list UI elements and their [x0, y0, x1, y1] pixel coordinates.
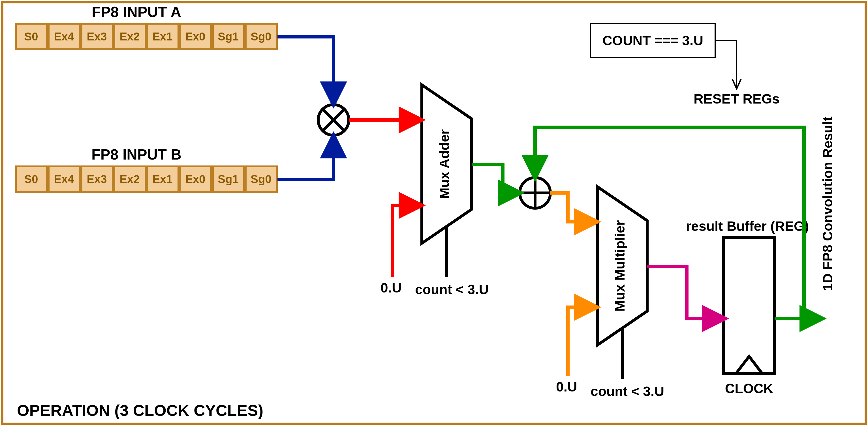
svg-rect-38	[724, 238, 775, 373]
multiplier-node	[318, 105, 349, 135]
result-buffer-reg	[724, 238, 775, 373]
bit-cell-1b: Ex4	[49, 166, 80, 192]
count-eq-box: COUNT === 3.U	[591, 24, 715, 58]
svg-text:Sg0: Sg0	[251, 30, 271, 43]
bit-cell-7: Sg0	[246, 24, 277, 49]
svg-text:Ex0: Ex0	[185, 173, 205, 185]
input-a-bits: S0 Ex4 Ex3 Ex2 Ex1 Ex0 Sg1 Sg0	[16, 24, 277, 49]
svg-text:S0: S0	[24, 30, 38, 43]
bit-cell-7: Sg0	[246, 166, 277, 192]
clock-label: CLOCK	[725, 381, 773, 396]
mux-multiplier-label: Mux Multiplier	[612, 220, 627, 312]
zero-u-2: 0.U	[556, 379, 577, 394]
bit-cell-3: Ex2	[114, 24, 146, 49]
bit-cell-5: Ex0	[180, 166, 211, 192]
svg-text:Sg1: Sg1	[218, 173, 238, 185]
bit-cell-1: Ex4	[49, 24, 80, 49]
svg-text:Ex3: Ex3	[87, 173, 107, 185]
svg-text:Ex1: Ex1	[152, 173, 173, 185]
result-buffer-label: result Buffer (REG)	[686, 219, 809, 234]
count-lt-2: count < 3.U	[591, 384, 664, 399]
output-label: 1D FP8 Convolution Result	[820, 117, 835, 291]
bit-cell-0: S0	[16, 166, 47, 192]
adder-node	[520, 178, 550, 208]
svg-text:Sg0: Sg0	[251, 173, 271, 185]
svg-text:Ex3: Ex3	[87, 30, 107, 43]
svg-text:Ex2: Ex2	[120, 30, 140, 43]
bit-cell-4: Ex1	[147, 166, 178, 192]
bit-cell-6: Sg1	[213, 24, 244, 49]
svg-text:Ex4: Ex4	[54, 173, 74, 185]
bit-cell-3: Ex2	[114, 166, 146, 192]
svg-text:Ex2: Ex2	[120, 173, 140, 185]
count-lt-1: count < 3.U	[415, 282, 489, 297]
bit-cell-1: Ex3	[82, 166, 113, 192]
input-a-title: FP8 INPUT A	[92, 4, 181, 20]
input-b-bits: S0 Ex3 Ex4 Ex2 Ex1 Ex0 Sg1 Sg0	[16, 166, 277, 192]
svg-text:Ex4: Ex4	[54, 30, 74, 43]
operation-caption: OPERATION (3 CLOCK CYCLES)	[17, 401, 263, 419]
bit-cell-6: Sg1	[213, 166, 244, 192]
mux-adder-label: Mux Adder	[437, 129, 452, 199]
reset-regs-label: RESET REGs	[693, 91, 780, 106]
svg-text:Ex1: Ex1	[152, 30, 173, 43]
svg-text:Sg1: Sg1	[218, 30, 238, 43]
bit-cell-5: Ex0	[180, 24, 211, 49]
svg-text:S0: S0	[24, 173, 38, 185]
bit-cell-4: Ex1	[147, 24, 178, 49]
bit-cell-2: Ex3	[82, 24, 113, 49]
diagram-canvas: FP8 INPUT A S0 Ex4 Ex3 Ex2 Ex1 Ex0	[0, 0, 868, 426]
count-eq-text: COUNT === 3.U	[602, 33, 703, 48]
svg-text:Ex0: Ex0	[185, 30, 205, 43]
input-b-title: FP8 INPUT B	[91, 146, 182, 163]
zero-u-1: 0.U	[380, 280, 402, 295]
bit-cell-0: S0	[16, 24, 47, 49]
